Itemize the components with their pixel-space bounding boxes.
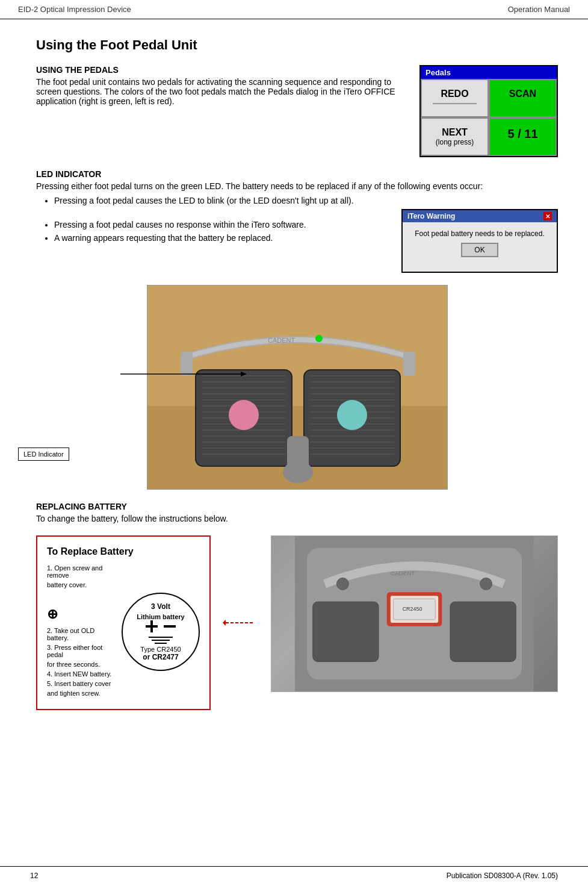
- warning-ok-button[interactable]: OK: [461, 243, 498, 257]
- warning-close-button[interactable]: ✕: [543, 212, 552, 220]
- count-display: 5 / 11: [489, 117, 557, 156]
- svg-text:CR2450: CR2450: [403, 606, 422, 612]
- battery-step5: 5. Insert battery cover: [47, 680, 116, 687]
- battery-circle: 3 Volt Lithium battery: [122, 593, 200, 671]
- warning-body: Foot pedal battery needs to be replaced.…: [403, 222, 557, 272]
- battery-step5b: and tighten screw.: [47, 690, 116, 697]
- long-press-label: (long press): [427, 138, 483, 146]
- battery-type-display: Type CR2450: [140, 646, 181, 653]
- redo-button[interactable]: REDO: [421, 79, 489, 117]
- battery-step3b: for three seconds.: [47, 661, 116, 668]
- battery-diagram-title: To Replace Battery: [47, 546, 200, 557]
- replacing-battery-body: To change the battery, follow the instru…: [36, 514, 558, 523]
- redo-label: REDO: [427, 89, 483, 99]
- svg-rect-39: [287, 436, 309, 472]
- header-left-title: EID-2 Optical Impression Device: [18, 5, 131, 14]
- pedals-dialog-titlebar: Pedals: [421, 66, 557, 79]
- svg-marker-49: [223, 620, 226, 626]
- svg-rect-43: [150, 620, 153, 632]
- warning-titlebar: iTero Warning ✕: [403, 210, 557, 222]
- battery-photo: CR2450 CADENT: [271, 535, 558, 692]
- battery-or-label: or CR2477: [143, 653, 178, 661]
- battery-step1: 1. Open screw and remove: [47, 564, 116, 579]
- battery-type-label-circle: Lithium battery: [137, 613, 184, 620]
- next-label: NEXT: [427, 127, 483, 138]
- top-section: USING THE PEDALS The foot pedal unit con…: [36, 65, 558, 157]
- battery-volt-label: 3 Volt: [151, 602, 170, 611]
- svg-rect-60: [313, 602, 379, 661]
- battery-step4: 4. Insert NEW battery.: [47, 670, 116, 678]
- battery-symbol: [143, 620, 179, 644]
- page-title: Using the Foot Pedal Unit: [36, 37, 558, 53]
- footer-publication: Publication SD08300-A (Rev. 1.05): [447, 872, 558, 880]
- using-pedals-text: USING THE PEDALS The foot pedal unit con…: [36, 65, 401, 157]
- pedal-image-section: LED Indicator CADENT: [36, 285, 558, 490]
- led-bullet-1: Pressing a foot pedal causes the LED to …: [54, 196, 558, 205]
- svg-point-21: [229, 400, 259, 430]
- led-callout-label: LED Indicator: [18, 448, 69, 461]
- battery-photo-svg: CR2450 CADENT: [271, 536, 557, 691]
- svg-rect-41: [403, 352, 415, 376]
- using-pedals-body: The foot pedal unit contains two pedals …: [36, 77, 401, 106]
- led-indicator-body: Pressing either foot pedal turns on the …: [36, 181, 558, 191]
- led-bullet-list: Pressing a foot pedal causes the LED to …: [54, 196, 558, 205]
- svg-point-5: [315, 335, 323, 342]
- battery-arrow: [223, 614, 259, 632]
- middle-section: Pressing a foot pedal causes no response…: [36, 215, 558, 273]
- battery-section: To Replace Battery 1. Open screw and rem…: [36, 535, 558, 710]
- warning-message: Foot pedal battery needs to be replaced.: [412, 229, 547, 238]
- using-pedals-heading: USING THE PEDALS: [36, 65, 401, 75]
- battery-diagram: To Replace Battery 1. Open screw and rem…: [36, 535, 211, 710]
- led-callout-arrow: [120, 368, 253, 380]
- scan-label: SCAN: [495, 89, 551, 99]
- led-bullet-3: A warning appears requesting that the ba…: [54, 233, 389, 243]
- header-right-title: Operation Manual: [508, 5, 570, 14]
- battery-plus-icon: ⊕: [47, 607, 116, 622]
- svg-point-37: [337, 400, 367, 430]
- middle-text: Pressing a foot pedal causes no response…: [36, 215, 389, 246]
- battery-step1b: battery cover.: [47, 581, 116, 588]
- page-header: EID-2 Optical Impression Device Operatio…: [0, 0, 588, 19]
- svg-rect-61: [450, 602, 516, 661]
- page-footer: 12 Publication SD08300-A (Rev. 1.05): [0, 866, 588, 880]
- footer-page-number: 12: [30, 872, 38, 880]
- led-bullet-2: Pressing a foot pedal causes no response…: [54, 220, 389, 229]
- svg-text:CADENT: CADENT: [391, 570, 415, 576]
- led-bullet-list-2: Pressing a foot pedal causes no response…: [54, 220, 389, 243]
- warning-title: iTero Warning: [407, 212, 455, 220]
- battery-arrow-container: [223, 535, 259, 710]
- battery-circle-container: 3 Volt Lithium battery: [122, 593, 200, 671]
- warning-dialog: iTero Warning ✕ Foot pedal battery needs…: [401, 209, 558, 273]
- count-label: 5 / 11: [495, 127, 551, 141]
- replacing-battery-section: REPLACING BATTERY To change the battery,…: [36, 502, 558, 523]
- svg-rect-44: [164, 625, 176, 628]
- scan-button[interactable]: SCAN: [489, 79, 557, 117]
- battery-step3: 3. Press either foot pedal: [47, 644, 116, 658]
- led-indicator-heading: LED INDICATOR: [36, 169, 558, 179]
- battery-step2: 2. Take out OLD battery.: [47, 627, 116, 641]
- battery-steps: 1. Open screw and remove battery cover. …: [47, 564, 116, 699]
- svg-text:CADENT: CADENT: [268, 337, 296, 344]
- next-button[interactable]: NEXT (long press): [421, 117, 489, 156]
- svg-point-58: [480, 578, 492, 590]
- svg-point-56: [337, 578, 349, 590]
- svg-marker-1: [241, 372, 247, 376]
- foot-pedal-image: CADENT: [147, 285, 448, 490]
- pedals-dialog-body: REDO SCAN NEXT (long press) 5 / 11: [421, 79, 557, 156]
- battery-diagram-content: 1. Open screw and remove battery cover. …: [47, 564, 200, 699]
- main-content: Using the Foot Pedal Unit USING THE PEDA…: [0, 19, 588, 728]
- led-indicator-section: LED INDICATOR Pressing either foot pedal…: [36, 169, 558, 205]
- pedals-dialog: Pedals REDO SCAN NEXT (long press) 5 / 1…: [419, 65, 558, 157]
- foot-pedal-svg: CADENT: [147, 285, 448, 490]
- replacing-battery-heading: REPLACING BATTERY: [36, 502, 558, 511]
